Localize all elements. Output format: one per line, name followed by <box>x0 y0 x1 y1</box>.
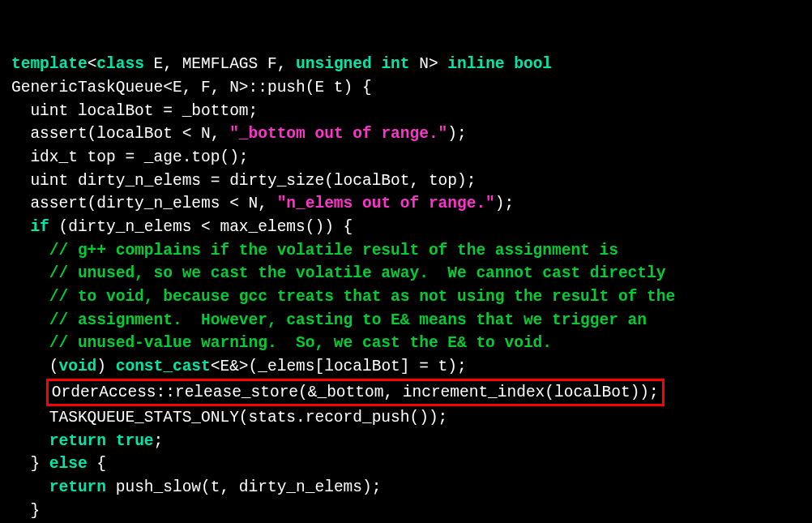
code-block: template<class E, MEMFLAGS F, unsigned i… <box>11 53 801 523</box>
comment: // unused-value warning. So, we cast the… <box>11 334 552 352</box>
kw-constcast: const_cast <box>116 358 211 375</box>
line-5: idx_t top = _age.top(); <box>11 148 249 166</box>
t <box>11 432 49 450</box>
kw-return: return <box>49 432 106 450</box>
t: ( <box>11 358 59 375</box>
line-6: uint dirty_n_elems = dirty_size(localBot… <box>11 172 476 190</box>
t <box>106 432 116 450</box>
t <box>11 218 30 236</box>
line-3: uint localBot = _bottom; <box>11 102 258 120</box>
t: ) <box>96 358 115 375</box>
t: push_slow(t, dirty_n_elems); <box>106 478 381 496</box>
kw-template: template <box>11 55 88 73</box>
line-20: } <box>11 502 40 520</box>
kw-true: true <box>116 432 154 450</box>
t: ; <box>154 432 164 450</box>
comment: // g++ complains if the volatile result … <box>11 242 618 259</box>
t: (dirty_n_elems < max_elems()) { <box>49 218 353 236</box>
t: ); <box>495 195 514 212</box>
kw-int: int <box>381 55 409 73</box>
t <box>372 55 382 73</box>
comment: // to void, because gcc treats that as n… <box>11 288 675 306</box>
t <box>11 478 49 496</box>
kw-else: else <box>49 455 88 473</box>
t: N> <box>410 55 448 73</box>
t: ); <box>447 125 466 143</box>
t: <E&>(_elems[localBot] = t); <box>211 358 467 375</box>
string-literal: "n_elems out of range." <box>277 195 495 212</box>
kw-inline: inline <box>447 55 504 73</box>
comment: // unused, so we cast the volatile away.… <box>11 264 665 282</box>
t: { <box>88 455 106 473</box>
comment: // assignment. However, casting to E& me… <box>11 311 647 329</box>
highlighted-line: OrderAccess::release_store(&_bottom, inc… <box>46 379 665 407</box>
t <box>505 55 515 73</box>
t: } <box>11 455 49 473</box>
t: assert(localBot < N, <box>11 125 229 143</box>
kw-bool: bool <box>514 55 552 73</box>
kw-class: class <box>96 55 144 73</box>
kw-if: if <box>30 218 49 236</box>
kw-void: void <box>59 358 97 375</box>
line-16: TASKQUEUE_STATS_ONLY(stats.record_push()… <box>11 409 447 427</box>
t: assert(dirty_n_elems < N, <box>11 195 277 212</box>
t: E, MEMFLAGS F, <box>144 55 296 73</box>
string-literal: "_bottom out of range." <box>229 125 447 143</box>
t: < <box>88 55 97 73</box>
line-2: GenericTaskQueue<E, F, N>::push(E t) { <box>11 79 372 96</box>
kw-unsigned: unsigned <box>296 55 372 73</box>
kw-return: return <box>49 478 106 496</box>
